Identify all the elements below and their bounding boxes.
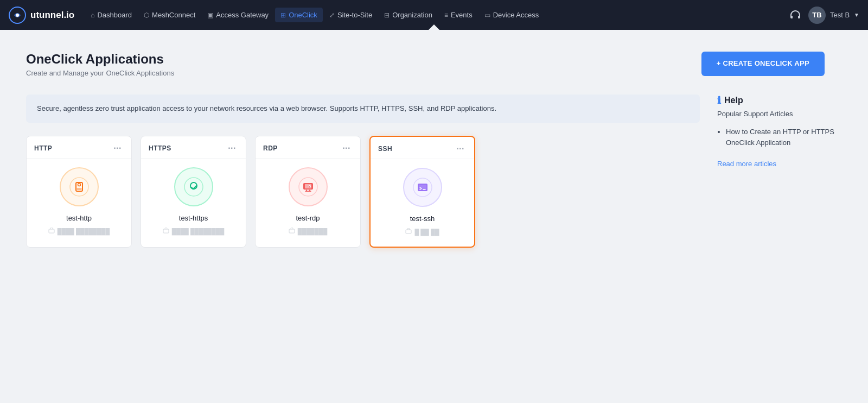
device-access-nav-icon: ▭ bbox=[484, 11, 490, 19]
access-gateway-nav-icon: ▣ bbox=[207, 11, 213, 19]
read-more-link[interactable]: Read more articles bbox=[717, 160, 776, 168]
card-name-rdp: test-rdp bbox=[296, 214, 320, 222]
card-name-http: test-http bbox=[66, 214, 92, 222]
nav-item-events[interactable]: ≡Events bbox=[439, 8, 478, 22]
card-header-https: HTTPS··· bbox=[141, 136, 246, 158]
user-name: Test B bbox=[830, 11, 850, 19]
svg-rect-5 bbox=[49, 229, 54, 233]
create-oneclick-button[interactable]: + CREATE ONECLICK APP bbox=[701, 52, 825, 76]
card-header-rdp: RDP··· bbox=[256, 136, 360, 158]
card-menu-ssh[interactable]: ··· bbox=[454, 143, 467, 154]
svg-point-6 bbox=[184, 178, 203, 196]
card-ip-ssh: █ ██ ██ bbox=[405, 228, 439, 236]
page-title-section: OneClick Applications Create and Manage … bbox=[26, 52, 174, 77]
support-button[interactable] bbox=[789, 9, 802, 22]
svg-rect-8 bbox=[163, 229, 169, 233]
card-icon-https bbox=[174, 167, 213, 206]
help-title: ℹ Help bbox=[717, 95, 842, 106]
nav-item-dashboard[interactable]: ⌂Dashboard bbox=[85, 8, 137, 22]
nav-indicator bbox=[429, 24, 439, 30]
svg-rect-13 bbox=[289, 229, 295, 233]
card-menu-rdp[interactable]: ··· bbox=[340, 143, 353, 154]
cards-grid: HTTP··· test-http████ ████████HTTPS··· t… bbox=[26, 136, 700, 248]
nav-item-site-to-site[interactable]: ⤢Site-to-Site bbox=[324, 8, 378, 22]
card-ip-icon-rdp bbox=[289, 228, 295, 235]
card-ip-rdp: ███████ bbox=[289, 228, 328, 235]
avatar: TB bbox=[808, 7, 826, 24]
nav-label-dashboard: Dashboard bbox=[97, 11, 132, 19]
card-body-rdp: test-rdp███████ bbox=[256, 159, 360, 246]
main-content: OneClick Applications Create and Manage … bbox=[0, 30, 868, 269]
card-body-http: test-http████ ████████ bbox=[27, 159, 131, 246]
nav-item-access-gateway[interactable]: ▣Access Gateway bbox=[202, 8, 274, 22]
card-ip-icon-http bbox=[48, 228, 55, 235]
card-icon-ssh bbox=[403, 168, 442, 207]
card-ip-text-https: ████ ████████ bbox=[172, 228, 225, 235]
card-ip-http: ████ ████████ bbox=[48, 228, 110, 235]
help-subtitle: Popular Support Articles bbox=[717, 110, 842, 118]
nav-label-events: Events bbox=[451, 11, 473, 19]
nav-label-organization: Organization bbox=[392, 11, 432, 19]
headphone-icon bbox=[789, 9, 802, 22]
card-type-http: HTTP bbox=[34, 144, 52, 152]
card-ip-icon-https bbox=[163, 228, 169, 235]
card-menu-https[interactable]: ··· bbox=[226, 143, 238, 154]
https-icon-svg bbox=[184, 177, 203, 197]
oneclick-nav-icon: ⊞ bbox=[280, 11, 286, 19]
card-icon-rdp bbox=[289, 167, 328, 206]
logo[interactable]: utunnel.io bbox=[9, 7, 74, 24]
svg-point-2 bbox=[70, 178, 88, 196]
nav-item-organization[interactable]: ⊟Organization bbox=[379, 8, 438, 22]
user-menu[interactable]: TB Test B ▼ bbox=[808, 7, 859, 24]
chevron-down-icon: ▼ bbox=[854, 12, 859, 18]
nav-item-oneclick[interactable]: ⊞OneClick bbox=[275, 8, 323, 22]
card-ip-text-rdp: ███████ bbox=[298, 228, 328, 235]
main-panel: Secure, agentless zero trust application… bbox=[26, 95, 700, 248]
card-ip-text-ssh: █ ██ ██ bbox=[414, 229, 439, 235]
card-type-ssh: SSH bbox=[378, 145, 392, 153]
http-icon-svg bbox=[69, 177, 89, 197]
logo-text: utunnel.io bbox=[30, 10, 74, 21]
app-card-http[interactable]: HTTP··· test-http████ ████████ bbox=[26, 136, 132, 248]
rdp-icon-svg bbox=[298, 177, 318, 197]
page-title: OneClick Applications bbox=[26, 52, 174, 67]
card-type-rdp: RDP bbox=[263, 144, 278, 152]
help-icon: ℹ bbox=[717, 95, 721, 106]
nav-items: ⌂Dashboard⬡MeshConnect▣Access Gateway⊞On… bbox=[85, 8, 544, 22]
card-body-ssh: test-ssh█ ██ ██ bbox=[371, 159, 474, 247]
help-panel: ℹ Help Popular Support Articles How to C… bbox=[717, 95, 842, 248]
nav-label-device-access: Device Access bbox=[493, 11, 539, 19]
app-card-ssh[interactable]: SSH··· test-ssh█ ██ ██ bbox=[369, 136, 475, 248]
nav-label-site-to-site: Site-to-Site bbox=[337, 11, 372, 19]
app-card-https[interactable]: HTTPS··· test-https████ ████████ bbox=[141, 136, 246, 248]
card-ip-text-http: ████ ████████ bbox=[58, 228, 110, 235]
nav-label-oneclick: OneClick bbox=[289, 11, 317, 19]
meshconnect-nav-icon: ⬡ bbox=[144, 11, 149, 19]
help-articles: How to Create an HTTP or HTTPS OneClick … bbox=[717, 127, 842, 148]
card-body-https: test-https████ ████████ bbox=[141, 159, 246, 246]
card-type-https: HTTPS bbox=[149, 144, 171, 152]
site-to-site-nav-icon: ⤢ bbox=[329, 11, 335, 19]
nav-label-access-gateway: Access Gateway bbox=[216, 11, 269, 19]
nav-item-device-access[interactable]: ▭Device Access bbox=[479, 8, 545, 22]
organization-nav-icon: ⊟ bbox=[384, 11, 390, 19]
navbar: utunnel.io ⌂Dashboard⬡MeshConnect▣Access… bbox=[0, 0, 868, 30]
help-title-text: Help bbox=[724, 96, 743, 105]
events-nav-icon: ≡ bbox=[444, 11, 448, 19]
svg-point-1 bbox=[16, 14, 19, 17]
nav-right: TB Test B ▼ bbox=[789, 7, 859, 24]
card-menu-http[interactable]: ··· bbox=[111, 143, 124, 154]
card-name-ssh: test-ssh bbox=[410, 215, 435, 223]
info-banner: Secure, agentless zero trust application… bbox=[26, 95, 700, 123]
help-article-item: How to Create an HTTP or HTTPS OneClick … bbox=[726, 127, 842, 148]
dashboard-nav-icon: ⌂ bbox=[91, 11, 94, 19]
card-ip-https: ████ ████████ bbox=[163, 228, 225, 235]
nav-item-meshconnect[interactable]: ⬡MeshConnect bbox=[138, 8, 201, 22]
card-icon-http bbox=[60, 167, 99, 206]
card-ip-icon-ssh bbox=[405, 228, 412, 236]
ssh-icon-svg bbox=[413, 178, 432, 197]
app-card-rdp[interactable]: RDP··· test-rdp███████ bbox=[255, 136, 361, 248]
svg-rect-17 bbox=[406, 230, 411, 234]
content-area: Secure, agentless zero trust application… bbox=[26, 95, 842, 248]
logo-icon bbox=[9, 7, 26, 24]
